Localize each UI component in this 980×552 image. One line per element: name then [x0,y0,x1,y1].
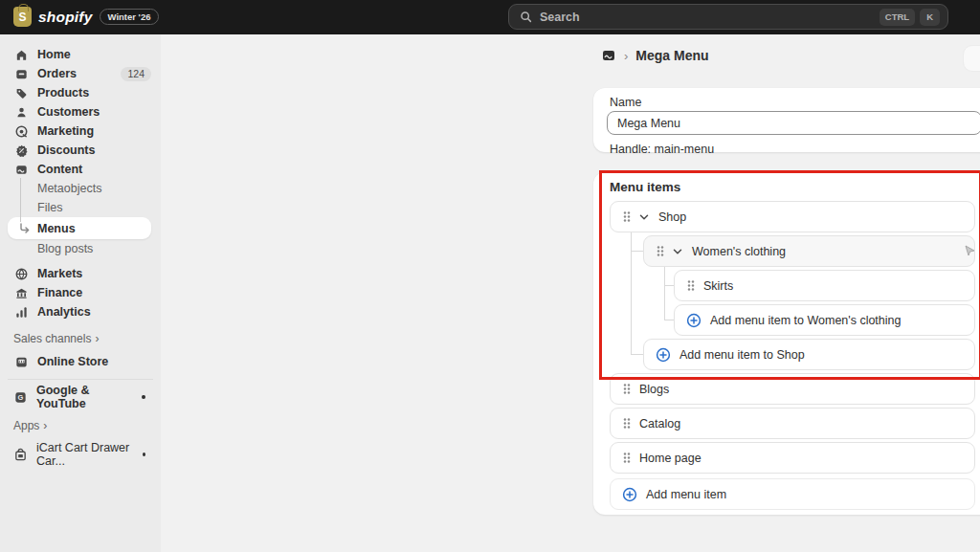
sidebar-tree-line [20,178,21,222]
sidebar-item-label: Markets [37,267,82,280]
add-button-label: Add menu item [646,488,726,501]
add-menu-item-to-shop-button[interactable]: Add menu item to Shop [643,339,975,370]
chevron-down-icon[interactable] [638,211,650,223]
sidebar-item-google-youtube[interactable]: G Google & YouTube [0,387,161,407]
search-placeholder: Search [540,11,880,24]
products-icon [13,85,29,100]
shopify-wordmark: shopify [38,9,93,26]
sidebar-section-apps[interactable]: Apps › [0,418,161,433]
markets-icon [13,266,29,281]
kbd-k: K [920,9,940,26]
menu-item-row-womens-clothing[interactable]: Women's clothing [643,235,975,267]
logo-initial: S [18,11,26,24]
content-icon [13,162,29,177]
name-card: Name Handle: main-menu [593,88,980,152]
tree-connector-line [631,354,643,355]
menu-item-row-home-page[interactable]: Home page [610,442,975,474]
sidebar-item-label: Files [37,201,62,214]
menu-item-label: Women's clothing [692,245,786,258]
sidebar-item-label: Orders [37,67,77,80]
add-menu-item-button[interactable]: Add menu item [610,478,975,510]
menu-name-input[interactable] [607,111,980,135]
menu-item-label: Blogs [639,383,669,396]
sidebar-item-customers[interactable]: Customers [0,102,161,121]
sidebar-item-label: Finance [37,286,82,299]
sidebar-item-label: Discounts [37,144,95,157]
home-icon [13,47,29,62]
sidebar-item-icart-app[interactable]: iCart Cart Drawer Car... [0,445,161,464]
name-field-label: Name [610,96,641,109]
sidebar-item-label: Blog posts [37,242,93,255]
add-button-label: Add menu item to Women's clothing [710,314,901,327]
sidebar-item-home[interactable]: Home [0,45,161,64]
sidebar-item-label: Analytics [37,305,91,319]
sidebar-section-sales-channels[interactable]: Sales channels › [0,331,161,346]
sidebar-item-orders[interactable]: Orders 124 [0,64,161,83]
svg-text:G: G [18,393,24,402]
pinned-dot [142,395,145,399]
drag-handle-icon[interactable] [657,245,664,257]
sidebar-item-blog-posts[interactable]: Blog posts [0,239,161,258]
chevron-right-icon: › [43,419,47,432]
icart-app-icon [13,447,28,462]
menu-item-row-shop[interactable]: Shop [610,201,975,232]
sidebar-item-analytics[interactable]: Analytics [0,302,161,321]
sidebar-item-label: Marketing [37,124,94,138]
sidebar-item-label: Menus [37,222,76,235]
add-button-label: Add menu item to Shop [679,348,805,362]
drag-handle-icon[interactable] [623,210,631,223]
header-action-button-partial[interactable] [963,45,980,72]
sidebar-item-menus[interactable]: Menus [8,217,151,239]
kbd-ctrl: CTRL [880,9,915,26]
version-badge: Winter '26 [100,9,160,25]
sidebar-item-products[interactable]: Products [0,83,161,102]
customers-icon [13,104,29,120]
store-icon [13,354,29,369]
sidebar-item-marketing[interactable]: Marketing [0,121,161,141]
sidebar-item-markets[interactable]: Markets [0,264,161,283]
sidebar-item-label: Content [37,163,82,176]
menu-handle-text: Handle: main-menu [610,143,714,156]
content-breadcrumb-icon[interactable] [601,48,616,63]
sidebar-item-finance[interactable]: Finance [0,283,161,302]
menu-item-label: Shop [658,210,686,224]
drag-handle-icon[interactable] [623,383,631,395]
tree-connector-line [664,320,674,320]
sidebar-item-label: Products [37,86,89,99]
global-search-input[interactable]: Search CTRL K [508,4,948,30]
elbow-arrow-icon [19,223,31,234]
google-icon: G [13,389,28,405]
menu-items-heading: Menu items [610,180,680,194]
menu-item-row-skirts[interactable]: Skirts [674,270,975,301]
chevron-right-icon: › [624,49,628,63]
discounts-icon [13,143,29,158]
plus-circle-icon [656,347,671,363]
chevron-right-icon: › [95,332,99,345]
topbar: S shopify Winter '26 Search CTRL K [0,0,980,34]
drag-handle-icon[interactable] [623,417,631,430]
chevron-down-icon[interactable] [672,246,683,257]
finance-icon [13,285,29,300]
tree-connector-line [664,267,665,320]
sidebar-item-label: Customers [37,105,100,119]
menu-item-row-blogs[interactable]: Blogs [610,373,975,405]
sidebar-item-label: Online Store [37,355,108,368]
sidebar-item-files[interactable]: Files [0,198,161,217]
tree-connector-line [664,285,674,286]
drag-handle-icon[interactable] [687,279,695,292]
sidebar-item-label: Google & YouTube [36,384,133,410]
shopify-logo[interactable]: S shopify Winter '26 [13,7,159,27]
add-menu-item-to-womens-clothing-button[interactable]: Add menu item to Women's clothing [674,304,975,336]
orders-icon [13,66,29,81]
analytics-icon [13,304,29,320]
sidebar-item-label: Metaobjects [37,182,101,195]
menu-item-row-catalog[interactable]: Catalog [610,408,975,439]
sidebar-item-discounts[interactable]: Discounts [0,141,161,160]
sidebar-item-metaobjects[interactable]: Metaobjects [0,179,161,198]
sidebar-item-content[interactable]: Content [0,160,161,179]
sidebar-item-online-store[interactable]: Online Store [0,352,161,371]
drag-handle-icon[interactable] [623,452,631,464]
plus-circle-icon [622,487,637,502]
sidebar: Home Orders 124 Products Customers Marke… [0,34,161,552]
pointer-cursor-icon [965,244,975,261]
